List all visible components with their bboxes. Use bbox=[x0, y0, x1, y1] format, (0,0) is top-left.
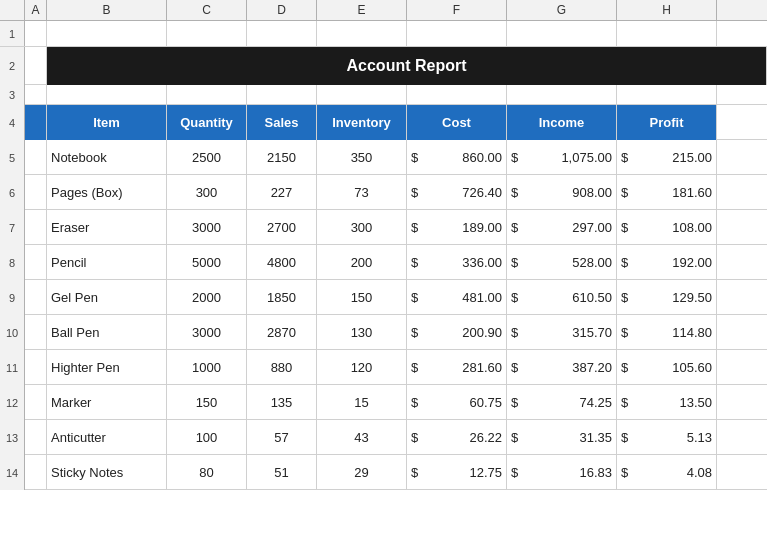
cost-sign-5: $ bbox=[411, 150, 421, 165]
grid-row-10: 10 Ball Pen 3000 2870 130 $ 200.90 $ 315… bbox=[0, 315, 767, 350]
col-header-h: H bbox=[617, 0, 717, 20]
cell-inv-8: 200 bbox=[317, 245, 407, 280]
profit-sign-5: $ bbox=[621, 150, 631, 165]
cell-inv-10: 130 bbox=[317, 315, 407, 350]
cell-income-8: $ 528.00 bbox=[507, 245, 617, 280]
profit-sign-8: $ bbox=[621, 255, 631, 270]
cell-sales-5: 2150 bbox=[247, 140, 317, 175]
cell-income-13: $ 31.35 bbox=[507, 420, 617, 455]
cost-sign-10: $ bbox=[411, 325, 421, 340]
grid-row-13: 13 Anticutter 100 57 43 $ 26.22 $ 31.35 … bbox=[0, 420, 767, 455]
cell-profit-12: $ 13.50 bbox=[617, 385, 717, 420]
income-val-10: 315.70 bbox=[523, 325, 612, 340]
grid-row-9: 9 Gel Pen 2000 1850 150 $ 481.00 $ 610.5… bbox=[0, 280, 767, 315]
header-quantity: Quantity bbox=[167, 105, 247, 140]
cell-h1 bbox=[617, 21, 717, 46]
cell-inv-7: 300 bbox=[317, 210, 407, 245]
cell-a9 bbox=[25, 280, 47, 315]
col-header-g: G bbox=[507, 0, 617, 20]
cell-a11 bbox=[25, 350, 47, 385]
income-val-13: 31.35 bbox=[523, 430, 612, 445]
cell-e3 bbox=[317, 85, 407, 105]
cell-profit-11: $ 105.60 bbox=[617, 350, 717, 385]
cell-d3 bbox=[247, 85, 317, 105]
cost-sign-9: $ bbox=[411, 290, 421, 305]
cell-sales-8: 4800 bbox=[247, 245, 317, 280]
cell-a14 bbox=[25, 455, 47, 490]
cell-inv-13: 43 bbox=[317, 420, 407, 455]
income-sign-9: $ bbox=[511, 290, 521, 305]
cell-f1 bbox=[407, 21, 507, 46]
cell-c3 bbox=[167, 85, 247, 105]
cell-income-12: $ 74.25 bbox=[507, 385, 617, 420]
cell-cost-11: $ 281.60 bbox=[407, 350, 507, 385]
cell-profit-9: $ 129.50 bbox=[617, 280, 717, 315]
cell-item-10: Ball Pen bbox=[47, 315, 167, 350]
corner-cell bbox=[0, 0, 25, 20]
grid-row-2: 2 Account Report bbox=[0, 47, 767, 85]
cell-a6 bbox=[25, 175, 47, 210]
cell-g1 bbox=[507, 21, 617, 46]
row-num-11: 11 bbox=[0, 350, 25, 385]
profit-val-5: 215.00 bbox=[633, 150, 712, 165]
cost-val-9: 481.00 bbox=[423, 290, 502, 305]
income-sign-11: $ bbox=[511, 360, 521, 375]
cell-h3 bbox=[617, 85, 717, 105]
profit-sign-14: $ bbox=[621, 465, 631, 480]
cell-qty-6: 300 bbox=[167, 175, 247, 210]
cell-qty-12: 150 bbox=[167, 385, 247, 420]
cell-e1 bbox=[317, 21, 407, 46]
cost-sign-12: $ bbox=[411, 395, 421, 410]
cell-b3 bbox=[47, 85, 167, 105]
row-num-2: 2 bbox=[0, 47, 25, 85]
cell-a1 bbox=[25, 21, 47, 46]
cell-inv-14: 29 bbox=[317, 455, 407, 490]
col-header-e: E bbox=[317, 0, 407, 20]
cell-income-14: $ 16.83 bbox=[507, 455, 617, 490]
cell-a4 bbox=[25, 105, 47, 140]
income-sign-12: $ bbox=[511, 395, 521, 410]
cell-a13 bbox=[25, 420, 47, 455]
income-sign-8: $ bbox=[511, 255, 521, 270]
cost-val-11: 281.60 bbox=[423, 360, 502, 375]
header-income: Income bbox=[507, 105, 617, 140]
profit-val-7: 108.00 bbox=[633, 220, 712, 235]
cell-sales-11: 880 bbox=[247, 350, 317, 385]
cost-val-10: 200.90 bbox=[423, 325, 502, 340]
col-header-c: C bbox=[167, 0, 247, 20]
cost-val-7: 189.00 bbox=[423, 220, 502, 235]
cell-inv-6: 73 bbox=[317, 175, 407, 210]
income-val-11: 387.20 bbox=[523, 360, 612, 375]
profit-val-11: 105.60 bbox=[633, 360, 712, 375]
cell-profit-13: $ 5.13 bbox=[617, 420, 717, 455]
cell-item-12: Marker bbox=[47, 385, 167, 420]
income-val-6: 908.00 bbox=[523, 185, 612, 200]
profit-val-6: 181.60 bbox=[633, 185, 712, 200]
cell-a2 bbox=[25, 47, 47, 85]
cell-b1 bbox=[47, 21, 167, 46]
cell-sales-14: 51 bbox=[247, 455, 317, 490]
cell-cost-12: $ 60.75 bbox=[407, 385, 507, 420]
cell-income-5: $ 1,075.00 bbox=[507, 140, 617, 175]
cell-qty-13: 100 bbox=[167, 420, 247, 455]
cell-income-11: $ 387.20 bbox=[507, 350, 617, 385]
cell-sales-9: 1850 bbox=[247, 280, 317, 315]
row-num-1: 1 bbox=[0, 21, 25, 46]
col-header-a: A bbox=[25, 0, 47, 20]
row-num-10: 10 bbox=[0, 315, 25, 350]
cell-a3 bbox=[25, 85, 47, 105]
cell-cost-6: $ 726.40 bbox=[407, 175, 507, 210]
profit-val-8: 192.00 bbox=[633, 255, 712, 270]
cell-item-6: Pages (Box) bbox=[47, 175, 167, 210]
cell-item-13: Anticutter bbox=[47, 420, 167, 455]
cost-sign-7: $ bbox=[411, 220, 421, 235]
cell-income-9: $ 610.50 bbox=[507, 280, 617, 315]
cell-f3 bbox=[407, 85, 507, 105]
grid-row-8: 8 Pencil 5000 4800 200 $ 336.00 $ 528.00… bbox=[0, 245, 767, 280]
row-num-12: 12 bbox=[0, 385, 25, 420]
cell-cost-9: $ 481.00 bbox=[407, 280, 507, 315]
cell-a8 bbox=[25, 245, 47, 280]
profit-sign-9: $ bbox=[621, 290, 631, 305]
header-cost: Cost bbox=[407, 105, 507, 140]
cell-sales-6: 227 bbox=[247, 175, 317, 210]
